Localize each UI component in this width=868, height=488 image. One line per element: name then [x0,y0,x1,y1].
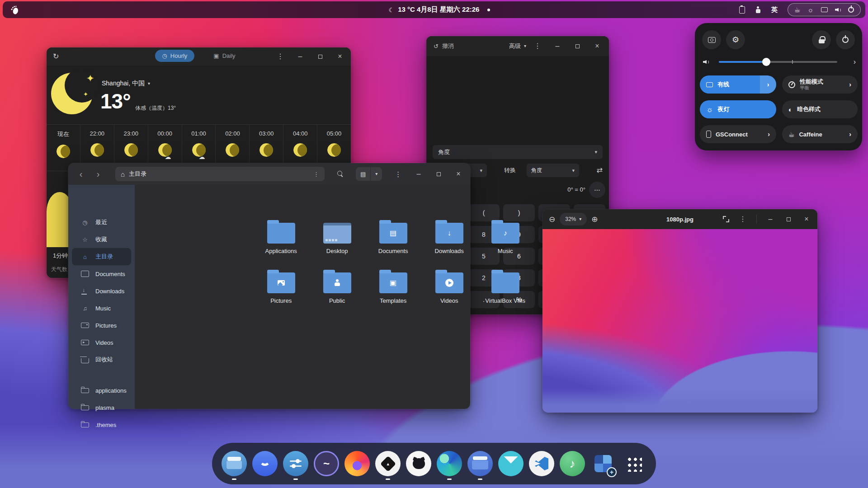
volume-slider[interactable] [719,61,837,63]
weather-location-label: Shanghai, 中国 [102,80,145,88]
files-content-area[interactable]: Applications Desktop ▤Documents ↓Downloa… [135,185,533,409]
system-status-area[interactable]: ☕ ☼ [788,3,861,16]
dock-file-manager[interactable] [467,447,493,480]
folder-templates[interactable]: ▣Templates [365,269,421,319]
close-button[interactable]: × [454,169,463,178]
folder-downloads[interactable]: ↓Downloads [421,219,477,269]
sidebar-bookmark-plasma[interactable]: plasma [72,399,131,416]
night-light-toggle[interactable]: ☼ 夜灯 [700,100,776,118]
list-view-icon[interactable]: ▤ [356,167,370,181]
fullscreen-button[interactable] [723,216,729,222]
maximize-button[interactable] [784,215,793,224]
folder-music[interactable]: ♪Music [477,219,533,269]
wired-expand-arrow[interactable]: › [760,75,776,94]
volume-knob[interactable] [762,58,770,66]
power-mode-toggle[interactable]: 性能模式 平衡 › [782,75,858,94]
menu-kebab-icon[interactable]: ⋮ [533,42,542,51]
power-button[interactable] [836,30,855,49]
dark-style-toggle[interactable]: ◐ 暗色样式 [782,100,858,118]
screenshot-button[interactable] [702,30,721,49]
sidebar-item-pictures[interactable]: Pictures [72,317,131,334]
dock-weather[interactable] [252,447,278,480]
minimize-button[interactable]: – [296,52,305,61]
folder-public[interactable]: Public [309,269,365,319]
minimize-button[interactable]: – [414,169,423,178]
dock-edge[interactable] [436,447,462,480]
dock-mail[interactable] [498,447,524,480]
zoom-out-button[interactable]: ⊖ [549,216,555,223]
sidebar-item-downloads[interactable]: Downloads [72,282,131,300]
refresh-icon[interactable]: ↻ [53,53,59,60]
dock-vscode[interactable] [528,447,555,480]
path-menu-kebab-icon[interactable]: ⋮ [313,171,319,177]
unit-category-dropdown[interactable]: 角度 ▾ [433,145,603,159]
folder-virtualbox-vms[interactable]: VirtualBox VMs [477,269,533,319]
back-button[interactable]: ‹ [75,169,86,179]
folder-desktop[interactable]: Desktop [309,219,365,269]
maximize-button[interactable] [434,169,443,178]
sidebar-item-documents[interactable]: Documents [72,265,131,282]
activities-button[interactable] [7,4,23,16]
unit-to-dropdown[interactable]: 角度 ▾ [527,164,579,177]
dock-firefox[interactable] [344,447,370,480]
menu-kebab-icon[interactable]: ⋮ [276,52,285,61]
close-button[interactable]: × [802,215,811,224]
clipboard-icon[interactable] [739,6,745,14]
maximize-button[interactable] [573,42,582,51]
chevron-right-icon[interactable]: › [854,58,856,66]
wired-toggle[interactable]: 有线 › [700,75,776,94]
maximize-button[interactable] [316,52,325,61]
caffeine-label: Caffeine [799,131,822,138]
clock-icon: ◷ [162,53,167,59]
search-icon[interactable] [337,171,344,178]
dock-software[interactable]: + [590,447,616,480]
zoom-in-button[interactable]: ⊕ [591,216,598,223]
clock-menu[interactable]: ☾ 13 °C 4月8日 星期六 22:26 [389,5,480,14]
dock-github[interactable] [406,447,432,480]
weather-location[interactable]: Shanghai, 中国 ▾ [102,80,150,88]
dock-files[interactable] [221,447,247,480]
menu-kebab-icon[interactable]: ⋮ [395,171,401,178]
close-button[interactable]: × [335,52,344,61]
menu-kebab-icon[interactable]: ⋮ [738,215,747,224]
sidebar-item-trash[interactable]: 回收站 [72,351,131,368]
swap-units-icon[interactable]: ⇄ [597,167,603,174]
more-functions-button[interactable]: ⋯ [589,182,605,198]
dock-app-grid[interactable] [621,447,647,480]
sidebar-item-home[interactable]: ⌂主目录 [72,248,131,265]
folder-documents[interactable]: ▤Documents [365,219,421,269]
minimize-button[interactable]: – [766,215,775,224]
sidebar-item-starred[interactable]: ☆收藏 [72,231,131,248]
folder-applications[interactable]: Applications [253,219,309,269]
folder-pictures[interactable]: Pictures [253,269,309,319]
sidebar-item-videos[interactable]: Videos [72,334,131,351]
sidebar-bookmark-themes[interactable]: .themes [72,416,131,433]
dock-music[interactable]: ♪ [559,447,585,480]
dock-system-monitor[interactable]: ~ [313,447,340,480]
forward-button[interactable]: › [93,169,104,179]
caffeine-toggle[interactable]: ☕ Caffeine › [782,125,858,143]
settings-button[interactable]: ⚙ [726,30,745,49]
mode-selector[interactable]: 高级 ▾ [509,42,526,50]
viewer-image-area[interactable] [542,229,817,413]
inkscape-icon [375,451,401,476]
minimize-button[interactable]: – [553,42,562,51]
accessibility-icon[interactable] [755,6,761,14]
view-options-chevron-icon[interactable]: ▾ [370,167,382,181]
tab-daily[interactable]: ▣ Daily [206,50,242,62]
dock-settings[interactable] [283,447,309,480]
sidebar-bookmark-applications[interactable]: applications [72,382,131,399]
tab-hourly[interactable]: ◷ Hourly [155,50,194,62]
folder-videos[interactable]: Videos [421,269,477,319]
zoom-level-dropdown[interactable]: 32% ▾ [560,213,587,225]
path-bar[interactable]: ⌂ 主目录 ⋮ [115,167,325,181]
viewer-title: 1080p.jpg [666,216,693,223]
undo-button[interactable]: ↺ 撤消 [434,42,454,50]
sidebar-item-recent[interactable]: ◷最近 [72,214,131,231]
gsconnect-toggle[interactable]: GSConnect › [700,125,776,143]
input-method-indicator[interactable]: 英 [771,6,778,14]
dock-inkscape[interactable] [375,447,401,480]
lock-button[interactable] [812,30,831,49]
sidebar-item-music[interactable]: ♫Music [72,300,131,317]
close-button[interactable]: × [593,42,602,51]
